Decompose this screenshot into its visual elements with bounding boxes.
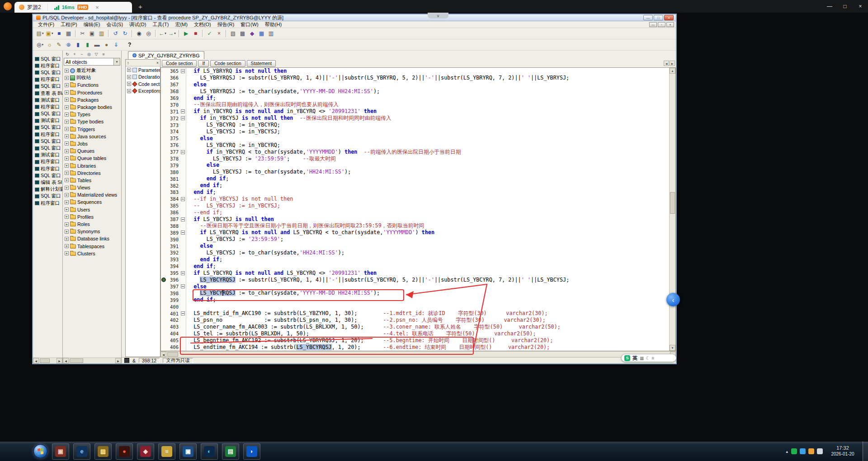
remote-assist-ball[interactable]: ‹ (666, 293, 680, 306)
explorer-folder-taskbar-button[interactable]: ▨ (94, 443, 112, 460)
scroll-thumb[interactable] (670, 192, 675, 214)
fold-toggle-icon[interactable] (181, 109, 185, 113)
foxmail-taskbar-button[interactable]: ◆ (137, 443, 154, 460)
code-line[interactable]: --end if; (186, 209, 669, 216)
im-tray-icon[interactable] (800, 448, 806, 454)
code-line[interactable]: LS_YBCYSJ := '23:59:59'; --取最大时间 (186, 155, 669, 162)
gutter-row[interactable]: 381 (161, 175, 186, 182)
window-list-item[interactable]: SQL 窗口 (33, 145, 62, 151)
gutter-row[interactable]: 367 (161, 81, 186, 88)
expand-toggle-icon[interactable]: + (65, 237, 69, 241)
structure-tree-item[interactable]: +Parameters (126, 66, 160, 74)
gutter-row[interactable]: 376 (161, 142, 186, 149)
taskbar-clock[interactable]: 17:32 2026-01-20 (826, 445, 859, 457)
gutter-row[interactable]: 387 (161, 216, 186, 223)
window-list-item[interactable]: 程序窗口 (33, 159, 62, 165)
code-line[interactable]: LS_YBCYSJ := to_char(sysdate,'HH24:MI:SS… (186, 169, 669, 175)
window-list-item[interactable]: SQL 窗口 (33, 69, 62, 76)
code-line[interactable]: else (186, 162, 669, 169)
close-window-button[interactable]: × (853, 0, 868, 13)
expand-toggle-icon[interactable]: + (65, 113, 69, 117)
window-list-item[interactable]: SQL 窗口 (33, 111, 62, 118)
expand-toggle-icon[interactable]: + (65, 171, 69, 175)
code-line[interactable]: LS_begntime_fm_AKC192 := substrb(LS_YBRY… (186, 337, 669, 344)
expand-toggle-icon[interactable]: + (65, 215, 69, 219)
break-button[interactable]: ■ (191, 29, 200, 38)
object-tree-item[interactable]: +Packages (63, 96, 121, 103)
paste-button[interactable]: ▥ (97, 29, 106, 38)
window-list-item[interactable]: 测试窗口 (33, 118, 62, 124)
gutter-row[interactable]: 380 (161, 169, 186, 175)
window-list-hscrollbar[interactable]: ◀ ▶ (33, 358, 62, 363)
skin-icon[interactable]: ☾ (646, 356, 650, 361)
window-list-item[interactable]: SQL 窗口 (33, 83, 62, 90)
window-list-item[interactable]: 程序窗口 (33, 62, 62, 69)
gutter-row[interactable]: 406 (161, 344, 186, 351)
object-tree-item[interactable]: +Queue tables (63, 155, 121, 162)
gutter-row[interactable]: 405 (161, 337, 186, 344)
window-list-item[interactable]: SQL 窗口 (33, 124, 62, 131)
structure-tree-item[interactable]: +Code sections (126, 80, 160, 88)
start-button[interactable] (33, 444, 47, 458)
breadcrumb-button-1[interactable]: Code section (162, 60, 197, 67)
scroll-track[interactable] (69, 358, 115, 363)
gutter-row[interactable]: 365 (161, 68, 186, 75)
tim-taskbar-button[interactable]: ◗ (243, 443, 260, 460)
code-line[interactable]: if in_YBCYRQ is not null and in_YBCYRQ <… (186, 108, 669, 115)
window-list-item[interactable]: 程序窗口 (33, 165, 62, 172)
remote-toolbar-collapse-tab[interactable]: ∨ (428, 13, 448, 19)
notepad-taskbar-button[interactable]: ≡ (158, 443, 175, 460)
gutter-row[interactable]: 377 (161, 149, 186, 155)
browser-menu-button[interactable]: ≡ (100, 51, 107, 57)
code-line[interactable]: LS_endtime_fm_AKC194 := substrb(LS_YBCYR… (186, 344, 669, 351)
commit-button[interactable]: ✓ (205, 29, 214, 38)
ime-toolbar[interactable]: S 英 ▦☾≡ (621, 354, 676, 362)
gutter-row[interactable]: 370 (161, 101, 186, 108)
scroll-thumb[interactable] (167, 352, 178, 357)
edit-button[interactable]: ✎ (54, 40, 64, 49)
options-button[interactable]: ☼ (45, 40, 54, 49)
expand-toggle-icon[interactable]: + (127, 68, 131, 72)
expand-toggle-icon[interactable]: + (65, 178, 69, 182)
wps-taskbar-button[interactable]: ▤ (222, 443, 239, 460)
minimize-button[interactable]: — (822, 0, 837, 13)
print-button[interactable]: ▦ (64, 29, 73, 38)
gutter-row[interactable]: 388 (161, 222, 186, 229)
object-tree-item[interactable]: +Tables (63, 177, 121, 184)
window-list-item[interactable]: 编辑 表 SI (33, 179, 62, 186)
refresh-button[interactable]: ↻ (64, 51, 71, 57)
expand-toggle-icon[interactable]: + (127, 82, 131, 86)
fold-toggle-icon[interactable] (181, 150, 185, 154)
browse-button[interactable]: ◎▾ (35, 40, 45, 49)
breadcrumb-button-4[interactable]: Statement (247, 60, 276, 67)
object-tree-item[interactable]: +Queues (63, 147, 121, 155)
menu-item-3[interactable]: 编辑(E) (80, 21, 104, 28)
expand-toggle-icon[interactable]: + (65, 164, 69, 168)
fold-toggle-icon[interactable] (181, 230, 185, 235)
gutter-row[interactable]: 374 (161, 128, 186, 135)
gutter-row[interactable]: 379 (161, 162, 186, 169)
object-tree-item[interactable]: +Functions (63, 81, 121, 89)
gutter-row[interactable]: 385 (161, 202, 186, 209)
window-list-item[interactable]: 程序窗口 (33, 76, 62, 83)
sogou-logo-icon[interactable]: S (624, 355, 630, 361)
gutter-row[interactable]: 373 (161, 122, 186, 128)
expand-toggle-icon[interactable]: + (65, 76, 69, 80)
structure-tree-item[interactable]: +Declarations (126, 74, 160, 81)
code-line[interactable]: LS_YBCYRQSJ := to_char(sysdate,'YYYY-MM-… (186, 290, 669, 296)
code-line[interactable]: else (186, 135, 669, 142)
scroll-thumb[interactable] (70, 358, 83, 363)
db-stack-button[interactable]: ▮ (73, 40, 83, 49)
gutter-row[interactable]: 389 (161, 229, 186, 236)
gutter-row[interactable]: 386 (161, 209, 186, 216)
code-line[interactable]: end if; (186, 182, 669, 189)
code-line[interactable]: LS_YBCYSJ := to_char(sysdate,'HH24:MI:SS… (186, 249, 669, 256)
gutter-row[interactable]: 400 (161, 303, 186, 310)
gutter-row[interactable]: 378 (161, 155, 186, 162)
expand-toggle-icon[interactable]: + (65, 120, 69, 124)
expand-node-button[interactable]: + (71, 51, 78, 57)
window-list-item[interactable]: 测试窗口 (33, 97, 62, 103)
gutter-row[interactable]: 392 (161, 249, 186, 256)
object-tree-item[interactable]: +Libraries (63, 162, 121, 169)
menu-item-11[interactable]: 帮助(H) (262, 21, 285, 28)
